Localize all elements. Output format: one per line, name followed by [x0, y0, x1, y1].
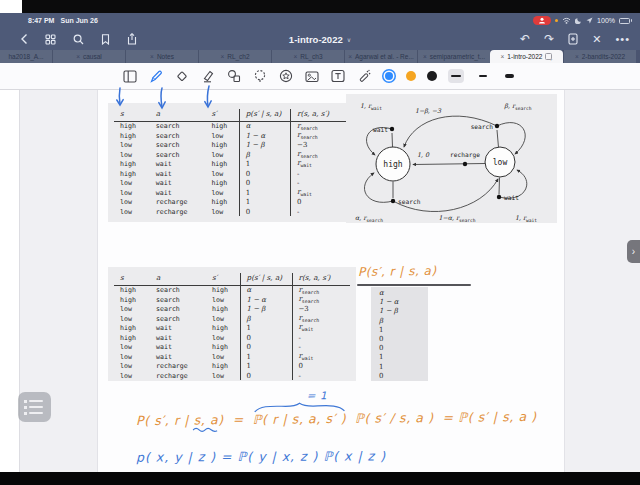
edge-label-tm: 1−β, −3: [415, 107, 442, 115]
clock: 8:47 PM: [28, 17, 54, 24]
edge-label-tr: β, rsearch: [504, 102, 531, 111]
col-header-a: a: [150, 273, 206, 285]
eq1-lhs: P( s′, r |: [136, 413, 189, 429]
table-row: highwaitlow0-: [114, 333, 350, 343]
edge-label-mid: 1, 0: [417, 151, 430, 158]
tab-1-intro-2022[interactable]: ×1-intro-2022: [490, 50, 563, 63]
eraser-icon[interactable]: [175, 69, 190, 84]
wifi-icon: [562, 17, 571, 24]
date: Sun Jun 26: [60, 17, 97, 24]
tab-label: RL_ch3: [300, 53, 322, 60]
tab-close-icon[interactable]: ×: [76, 53, 80, 60]
undo-button[interactable]: ↶: [520, 33, 530, 45]
table-row: highwaitlow0-: [114, 169, 348, 179]
more-options-button[interactable]: •••: [615, 34, 630, 45]
action-label-wait-bottom: wait: [504, 194, 519, 201]
stroke-width-thin[interactable]: [448, 69, 464, 83]
edge-label-br: 1, rwait: [515, 214, 537, 223]
share-button[interactable]: [127, 33, 137, 45]
column-value: 1: [379, 363, 428, 372]
image-icon[interactable]: [305, 69, 320, 84]
stroke-width-medium[interactable]: [475, 69, 491, 83]
column-value: α: [379, 289, 428, 298]
tab-label: ha2018_A...: [8, 53, 43, 60]
column-value: β: [379, 317, 428, 326]
export-page-icon[interactable]: [545, 53, 552, 60]
letterbox-top: [22, 0, 640, 13]
search-button[interactable]: [73, 34, 84, 45]
edge-label-bl: α, rsearch: [355, 214, 383, 223]
lasso-icon[interactable]: [253, 69, 268, 84]
color-swatch-black[interactable]: [427, 71, 437, 81]
document-title: 1-intro-2022: [289, 34, 343, 45]
col-header-sprime: s′: [206, 273, 240, 285]
tab-agarwal-et-al-re[interactable]: ×Agarwal et al. - Re...: [344, 50, 417, 63]
col-header-s: s: [114, 273, 150, 285]
highlighter-icon[interactable]: [201, 69, 216, 84]
table-row: lowwaitlow1rwait: [114, 188, 348, 198]
table-row: lowrechargehigh10: [114, 361, 350, 371]
tab-close-icon[interactable]: ×: [293, 53, 297, 60]
tab-close-icon[interactable]: ×: [575, 53, 579, 60]
chevron-down-icon: ∨: [347, 36, 351, 43]
tab-label: semiparametric_t...: [430, 53, 485, 60]
color-swatch-blue[interactable]: [385, 72, 393, 80]
mic-indicator-icon: [555, 19, 558, 22]
shapes-icon[interactable]: [227, 69, 242, 84]
table-row: lowwaithigh0-: [114, 178, 348, 188]
table-row: highwaithigh1rwait: [114, 323, 350, 333]
text-icon[interactable]: [331, 69, 346, 84]
moon-icon: [575, 17, 582, 24]
stroke-width-thick[interactable]: [502, 69, 518, 83]
sticker-icon[interactable]: [279, 69, 294, 84]
tab-rl-ch3[interactable]: ×RL_ch3: [271, 50, 344, 63]
redo-button[interactable]: ↷: [544, 33, 554, 45]
col-header-p: p(s′ | s, a): [240, 273, 292, 285]
tab-label: causal: [83, 53, 102, 60]
tab-bar: ha2018_A...×causal×Notes×RL_ch2×RL_ch3×A…: [0, 50, 640, 63]
tab-semiparametric-t[interactable]: ×semiparametric_t...: [417, 50, 490, 63]
edge-label-tl: 1, rwait: [360, 102, 382, 111]
action-label-recharge: recharge: [450, 151, 480, 159]
tab-causal[interactable]: ×causal: [52, 50, 125, 63]
thumbnails-grid-button[interactable]: [45, 34, 56, 45]
tab-notes[interactable]: ×Notes: [125, 50, 198, 63]
close-icon[interactable]: ✕: [592, 34, 601, 45]
table-row: lowrechargelow0-: [114, 371, 350, 381]
handwritten-equation-2: p( x, y | z ) = ℙ( y | x, z ) ℙ( x | z ): [136, 448, 386, 464]
handwritten-column-header: P(s′, r | s, a): [358, 263, 476, 279]
add-page-button[interactable]: [568, 33, 578, 45]
battery-percent: 100%: [597, 17, 615, 24]
recording-badge[interactable]: [533, 16, 551, 25]
laser-pointer-icon[interactable]: [357, 69, 372, 84]
tab-rl-ch2[interactable]: ×RL_ch2: [198, 50, 271, 63]
tab-2-bandits-2022[interactable]: ×2-bandits-2022: [563, 50, 636, 63]
column-value: 0: [379, 335, 428, 344]
tab-close-icon[interactable]: ×: [348, 53, 352, 60]
action-label-search-bottom: search: [398, 198, 421, 205]
tab-ha2018-a[interactable]: ha2018_A...: [0, 50, 52, 63]
table-row: lowsearchhigh1 − β−3: [114, 304, 350, 314]
document-title-dropdown[interactable]: 1-intro-2022 ∨: [289, 34, 351, 45]
table-row: highsearchhighαrsearch: [114, 121, 348, 131]
back-button[interactable]: [20, 33, 28, 45]
col-header-r: r(s, a, s′): [292, 273, 350, 285]
table-row: highsearchlow1 − αrsearch: [114, 295, 350, 305]
col-header-a: a: [150, 109, 206, 121]
person-icon: [538, 17, 546, 24]
letterbox-bottom: [0, 472, 640, 485]
bookmark-button[interactable]: [101, 34, 110, 45]
pen-icon[interactable]: [149, 69, 164, 84]
tab-close-icon[interactable]: ×: [501, 53, 505, 60]
tab-label: Agarwal et al. - Re...: [355, 53, 414, 60]
page-layout-icon[interactable]: [123, 69, 138, 84]
tab-close-icon[interactable]: ×: [220, 53, 224, 60]
transition-table-figure: s a s′ p(s′ | s, a) r(s, a, s′) highsear…: [108, 103, 348, 222]
column-underline: [357, 284, 471, 286]
col-header-r: r(s, a, s′): [291, 109, 348, 121]
outline-thumbnail-button[interactable]: [18, 392, 51, 422]
tab-close-icon[interactable]: ×: [423, 53, 427, 60]
color-swatch-orange[interactable]: [406, 71, 416, 81]
tab-close-icon[interactable]: ×: [150, 53, 154, 60]
next-page-chevron[interactable]: ›: [627, 240, 640, 263]
